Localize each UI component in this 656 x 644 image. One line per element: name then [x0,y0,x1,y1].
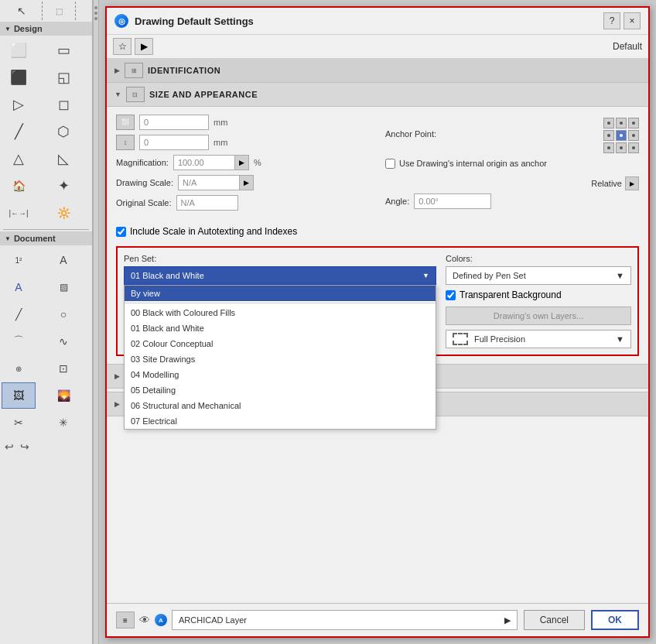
anchor-bc[interactable] [616,142,627,153]
redo-button[interactable]: ↪ [19,440,31,453]
line-doc-icon[interactable]: ╱ [2,301,36,327]
anchor-ml[interactable] [603,130,614,141]
dim-doc-icon[interactable]: ⊕ [2,355,36,382]
default-label[interactable]: Default [613,41,642,52]
dialog-title-icon: ◎ [114,14,128,28]
sidebar: ↖ ⬚ ▼ Design ⬜ ▭ ⬛ ◱ ▷ ◻ ╱ ⬡ △ ◺ 🏠 ✦ |←→… [0,0,93,644]
anchor-point-row: Anchor Point: [385,115,639,153]
anchor-tc[interactable] [616,118,627,128]
pen-set-option-03[interactable]: 03 Site Drawings [125,351,436,367]
pen-set-option-by-view[interactable]: By view [125,286,436,301]
pen-set-option-01[interactable]: 01 Black and White [125,320,436,336]
design-section-label: Design [14,24,43,33]
identification-icon: ⊞ [125,63,143,78]
image-icon[interactable]: 🌄 [46,382,80,409]
polyline-tool-icon[interactable]: ⬡ [46,118,80,145]
wall-tool-icon[interactable]: ⬜ [2,37,36,63]
ok-button[interactable]: OK [591,610,639,630]
anchor-bl[interactable] [603,142,614,153]
hatch-tool-icon[interactable]: ✦ [46,173,80,199]
use-origin-checkbox[interactable] [385,159,395,169]
height-input[interactable] [139,135,209,150]
pen-set-option-00[interactable]: 00 Black with Coloured Fills [125,305,436,320]
arc-tool-icon[interactable]: △ [2,146,36,172]
text-doc-icon[interactable]: A [46,247,80,273]
layer-dropdown[interactable]: ARCHICAD Layer ▶ [172,610,518,630]
drawing-scale-input-group: ▶ [178,175,254,190]
spline-doc-icon[interactable]: ∿ [46,328,80,355]
arc-doc-icon[interactable]: ⌒ [2,328,36,355]
zone-tool-icon[interactable]: 🔆 [46,200,80,226]
anchor-mr[interactable] [628,130,639,141]
marquee-tool-icon[interactable]: ⬚ [42,0,76,24]
undo-button[interactable]: ↩ [3,440,15,453]
colors-dropdown[interactable]: Defined by Pen Set ▼ [446,266,631,285]
pen-set-option-02[interactable]: 02 Colour Conceptual [125,336,436,351]
include-scale-checkbox[interactable] [116,227,126,237]
column-tool-icon[interactable]: ▭ [46,37,80,63]
drawing-scale-btn[interactable]: ▶ [240,175,254,190]
resize-dot-1 [94,6,97,9]
drawing-icon active[interactable]: 🖼 [2,382,36,409]
circle-doc-icon[interactable]: ○ [46,301,80,327]
document-section-label: Document [14,234,56,243]
object-tool-icon[interactable]: ◻ [46,91,80,118]
favorites-button[interactable]: ☆ [113,38,132,55]
drawing-scale-input[interactable] [178,175,240,190]
identification-section-header[interactable]: ▶ ⊞ IDENTIFICATION [107,59,648,83]
pen-set-dropdown-button[interactable]: 01 Black and White ▼ [124,266,436,285]
help-button[interactable]: ? [603,12,620,29]
magnification-stepper[interactable]: ▶ [235,155,249,170]
hatch-doc-icon[interactable]: ▨ [46,274,80,300]
dimension-tool-icon[interactable]: |←→| [2,200,36,226]
pen-set-option-04[interactable]: 04 Modelling [125,367,436,382]
anchor-tr[interactable] [628,118,639,128]
pen-set-left: Pen Set: 01 Black and White ▼ By view 00… [124,254,436,348]
favorites-arrow-button[interactable]: ▶ [135,38,153,55]
anchor-tl[interactable] [603,118,614,128]
asterisk-icon[interactable]: ✳ [46,409,80,436]
archicad-logo-icon: A [155,614,167,626]
sidebar-document-section[interactable]: ▼ Document [0,231,92,245]
size-appearance-arrow: ▼ [114,91,121,98]
line-tool-icon[interactable]: ╱ [2,118,36,145]
anchor-br[interactable] [628,142,639,153]
precision-dropdown[interactable]: Full Precision ▼ [446,330,631,348]
document-section-arrow: ▼ [5,235,11,242]
richtext-icon[interactable]: A [2,274,36,300]
height-icon: ↕ [116,135,135,150]
layer-name: ARCHICAD Layer [179,615,247,625]
pen-set-option-06[interactable]: 06 Structural and Mechanical [125,398,436,413]
size-appearance-section-header[interactable]: ▼ ⊡ SIZE AND APPEARANCE [107,83,648,107]
cursor-tool-icon[interactable]: ↖ [5,0,39,24]
close-button[interactable]: × [624,12,641,29]
original-scale-input[interactable] [176,195,238,211]
cancel-button[interactable]: Cancel [524,610,585,630]
angle-input[interactable] [414,194,491,209]
pen-set-option-07[interactable]: 07 Electrical [125,413,436,429]
dialog-toolbar: ☆ ▶ Default [107,35,648,59]
elevation-icon[interactable]: 1² [2,247,36,273]
pen-set-option-05[interactable]: 05 Detailing [125,382,436,398]
text-tool-icon[interactable]: ◺ [46,146,80,172]
door-tool-icon[interactable]: ▷ [2,91,36,118]
magnification-input[interactable] [173,155,235,170]
side-resize-handle[interactable] [93,0,99,644]
beam-tool-icon[interactable]: ⬛ [2,64,36,91]
transparent-background-checkbox[interactable] [446,290,456,300]
window-tool-icon[interactable]: ◱ [46,64,80,91]
anchor-mc[interactable] [616,130,627,141]
width-input[interactable] [139,115,209,130]
use-origin-row: Use Drawing's internal origin as anchor [385,158,639,169]
fill-tool-icon[interactable]: 🏠 [2,173,36,199]
anchor-grid [603,118,639,153]
toolbar-left: ☆ ▶ [113,38,153,55]
sidebar-design-section[interactable]: ▼ Design [0,22,92,36]
section-icon[interactable]: ✂ [2,409,36,436]
pen-set-selected-value: 01 Black and White [131,271,204,280]
relative-button[interactable]: ▶ [625,176,639,190]
layer-visibility-icon[interactable]: 👁 [139,614,150,626]
dialog-footer: ≡ 👁 A ARCHICAD Layer ▶ Cancel OK [107,603,648,636]
sidebar-divider-1 [3,229,89,230]
camera-icon[interactable]: ⊡ [46,355,80,382]
